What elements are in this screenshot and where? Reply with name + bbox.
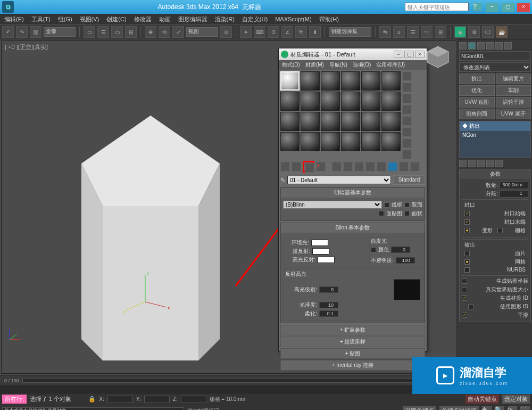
- sample-slot[interactable]: [321, 112, 340, 131]
- gen-mat-checkbox[interactable]: ✓: [462, 296, 467, 301]
- minimize-button[interactable]: −: [486, 3, 498, 12]
- modset-editpatch[interactable]: 编辑面片: [496, 73, 531, 84]
- percent-snap-button[interactable]: %: [295, 26, 307, 38]
- stack-item-ngon[interactable]: NGon: [460, 131, 530, 139]
- undo-button[interactable]: ↶: [2, 26, 14, 38]
- nav-max-icon[interactable]: ⛶: [520, 406, 530, 411]
- add-time-tag-button[interactable]: 添加时间标记: [187, 407, 219, 411]
- mat-close-button[interactable]: ×: [415, 51, 425, 58]
- rotate-button[interactable]: ⟲: [159, 26, 170, 38]
- select-button[interactable]: ▭: [84, 26, 95, 38]
- make-copy-icon[interactable]: [332, 162, 342, 171]
- window-crossing-button[interactable]: ⊞: [125, 26, 137, 38]
- angle-snap-button[interactable]: ∠: [281, 26, 293, 38]
- sample-slot[interactable]: [280, 112, 300, 131]
- redo-button[interactable]: ↷: [16, 26, 28, 38]
- pivot-button[interactable]: ⊙: [220, 26, 232, 38]
- snap-3d-button[interactable]: 3: [268, 26, 279, 38]
- layer-button[interactable]: ☰: [407, 26, 419, 38]
- modset-turbosmooth[interactable]: 涡轮平滑: [496, 97, 531, 108]
- sample-slot[interactable]: [280, 92, 300, 111]
- viewcube-icon[interactable]: [425, 44, 451, 70]
- sample-slot[interactable]: [341, 132, 360, 151]
- region-rect-button[interactable]: ▭: [111, 26, 123, 38]
- shader-type-dropdown[interactable]: (B)Blinn: [283, 201, 382, 209]
- nav-pan-icon[interactable]: ✥: [482, 406, 492, 411]
- soften-spinner[interactable]: 0.1: [319, 310, 338, 317]
- autokey-button[interactable]: 自动关键点: [466, 395, 499, 404]
- rollout-supersample[interactable]: + 超级采样: [280, 337, 425, 347]
- opacity-spinner[interactable]: 100: [396, 257, 415, 264]
- rollout-maps[interactable]: + 贴图: [280, 348, 425, 359]
- smooth-checkbox[interactable]: ✓: [462, 313, 467, 318]
- move-button[interactable]: ✥: [145, 26, 156, 38]
- speclevel-spinner[interactable]: 0: [319, 286, 338, 293]
- unique-icon[interactable]: [477, 160, 485, 167]
- rollout-mentalray[interactable]: + mental ray 连接: [280, 360, 425, 371]
- sample-slot[interactable]: [381, 112, 401, 131]
- display-tab-icon[interactable]: [495, 42, 503, 50]
- object-name-input[interactable]: [459, 51, 531, 61]
- window-close-button[interactable]: ×: [517, 3, 530, 12]
- nav-zoom-icon[interactable]: 🔍: [495, 406, 504, 411]
- render-button[interactable]: ☕: [496, 26, 508, 38]
- selected-key-button[interactable]: 选定对象: [502, 395, 530, 404]
- render-frame-button[interactable]: 🖵: [482, 26, 494, 38]
- sample-type-icon[interactable]: [402, 71, 412, 81]
- go-sibling-icon[interactable]: [410, 162, 420, 171]
- cap-start-checkbox[interactable]: ✓: [464, 211, 470, 216]
- facemap-checkbox[interactable]: [379, 211, 384, 216]
- sample-slot[interactable]: [341, 112, 360, 131]
- assign-to-selection-button[interactable]: [303, 161, 314, 173]
- out-nurbs-radio[interactable]: [464, 267, 470, 273]
- config-icon[interactable]: [495, 160, 503, 167]
- mat-id-icon[interactable]: [365, 162, 375, 171]
- sample-slot[interactable]: [301, 71, 320, 91]
- glossiness-spinner[interactable]: 10: [319, 302, 338, 308]
- select-by-mat-icon[interactable]: [402, 150, 412, 159]
- ambient-lock-icon[interactable]: [283, 240, 289, 246]
- modset-uvwunwrap[interactable]: UVW 展开: [496, 109, 531, 119]
- grid-radio[interactable]: [497, 228, 503, 233]
- sample-slot[interactable]: [381, 71, 401, 91]
- keymode-button[interactable]: ⌨: [254, 26, 265, 38]
- sample-uv-icon[interactable]: [402, 105, 412, 114]
- menu-create[interactable]: 创建(C): [106, 15, 126, 23]
- setkey-button[interactable]: 设置关键点: [403, 406, 436, 410]
- refcoord-dropdown[interactable]: 视图: [186, 27, 218, 37]
- amount-spinner[interactable]: 500.0mm: [500, 182, 528, 189]
- scale-button[interactable]: ⤢: [172, 26, 184, 38]
- go-parent-icon[interactable]: [399, 162, 409, 171]
- help-search-input[interactable]: [405, 3, 469, 11]
- transform-x-input[interactable]: [107, 396, 133, 403]
- sample-slot[interactable]: [361, 112, 380, 131]
- modify-tab-icon[interactable]: [468, 42, 476, 50]
- link-button[interactable]: ⛓: [30, 26, 41, 38]
- mat-menu-mode[interactable]: 模式(D): [282, 61, 300, 69]
- menu-rendering[interactable]: 渲染(R): [215, 15, 235, 23]
- sample-slot[interactable]: [321, 92, 340, 111]
- show-end-icon[interactable]: [468, 160, 476, 167]
- mat-menu-material[interactable]: 材质(M): [305, 61, 324, 69]
- show-end-result-icon[interactable]: [388, 162, 397, 171]
- morph-radio[interactable]: ●: [464, 228, 470, 233]
- script-line-button[interactable]: 所在行:: [2, 395, 27, 404]
- blinn-rollout-header[interactable]: Blinn 基本参数: [281, 223, 425, 233]
- maximize-button[interactable]: ▢: [502, 3, 514, 12]
- transform-y-input[interactable]: [144, 396, 170, 403]
- modset-uvwmap[interactable]: UVW 贴图: [459, 97, 495, 108]
- selfillum-spinner[interactable]: 0: [391, 247, 410, 253]
- menu-edit[interactable]: 编辑(E): [4, 15, 24, 23]
- sample-slot[interactable]: [321, 132, 340, 151]
- mat-editor-titlebar[interactable]: 材质编辑器 - 01 - Default − ▢ ×: [279, 48, 427, 60]
- select-name-button[interactable]: ☰: [97, 26, 109, 38]
- manip-button[interactable]: ✦: [240, 26, 252, 38]
- selfillum-color-checkbox[interactable]: [371, 247, 376, 252]
- modifier-list-dropdown[interactable]: 修改器列表: [459, 62, 531, 72]
- menu-group[interactable]: 组(G): [58, 15, 72, 23]
- out-mesh-radio[interactable]: ●: [464, 259, 470, 265]
- real-world-checkbox[interactable]: [462, 287, 467, 292]
- menu-customize[interactable]: 自定义(U): [242, 15, 268, 23]
- sample-slot[interactable]: [321, 71, 340, 91]
- sample-slot[interactable]: [361, 132, 380, 151]
